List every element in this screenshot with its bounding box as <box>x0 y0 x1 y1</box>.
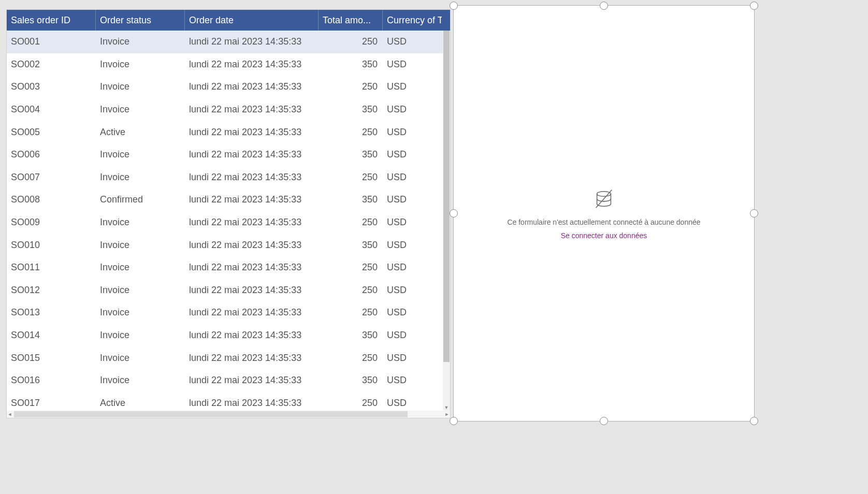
cell-sales-order-id: SO008 <box>7 194 96 205</box>
cell-currency: USD <box>383 149 442 160</box>
cell-order-date: lundi 22 mai 2023 14:35:33 <box>185 194 319 205</box>
cell-sales-order-id: SO001 <box>7 36 96 47</box>
cell-order-date: lundi 22 mai 2023 14:35:33 <box>185 217 319 228</box>
cell-currency: USD <box>383 330 442 341</box>
cell-order-status: Invoice <box>96 285 185 296</box>
table-row[interactable]: SO016Invoicelundi 22 mai 2023 14:35:3335… <box>7 369 443 392</box>
table-row[interactable]: SO010Invoicelundi 22 mai 2023 14:35:3335… <box>7 234 443 256</box>
cell-order-status: Active <box>96 398 185 409</box>
sales-order-gallery[interactable]: Sales order ID Order status Order date T… <box>6 9 451 418</box>
cell-order-status: Invoice <box>96 104 185 115</box>
cell-currency: USD <box>383 353 442 364</box>
table-row[interactable]: SO015Invoicelundi 22 mai 2023 14:35:3325… <box>7 346 443 369</box>
column-header-order-date[interactable]: Order date <box>185 10 319 31</box>
cell-order-status: Invoice <box>96 375 185 386</box>
table-row[interactable]: SO003Invoicelundi 22 mai 2023 14:35:3325… <box>7 76 443 98</box>
cell-order-status: Confirmed <box>96 194 185 205</box>
table-row[interactable]: SO013Invoicelundi 22 mai 2023 14:35:3325… <box>7 301 443 324</box>
cell-total-amount: 250 <box>319 353 383 364</box>
connect-to-data-link[interactable]: Se connecter aux données <box>561 231 647 240</box>
cell-total-amount: 350 <box>319 149 383 160</box>
table-row[interactable]: SO005Activelundi 22 mai 2023 14:35:33250… <box>7 121 443 143</box>
cell-sales-order-id: SO012 <box>7 285 96 296</box>
cell-total-amount: 350 <box>319 104 383 115</box>
table-row[interactable]: SO006Invoicelundi 22 mai 2023 14:35:3335… <box>7 143 443 166</box>
cell-order-date: lundi 22 mai 2023 14:35:33 <box>185 307 319 318</box>
cell-order-date: lundi 22 mai 2023 14:35:33 <box>185 59 319 70</box>
cell-currency: USD <box>383 172 442 183</box>
scroll-right-icon[interactable]: ► <box>444 411 450 418</box>
cell-order-date: lundi 22 mai 2023 14:35:33 <box>185 285 319 296</box>
table-row[interactable]: SO011Invoicelundi 22 mai 2023 14:35:3325… <box>7 256 443 279</box>
horizontal-scrollbar[interactable]: ◄ ► <box>7 411 450 418</box>
form-empty-message: Ce formulaire n'est actuellement connect… <box>507 218 700 226</box>
table-row[interactable]: SO014Invoicelundi 22 mai 2023 14:35:3335… <box>7 324 443 347</box>
cell-total-amount: 250 <box>319 81 383 92</box>
column-header-sales-order-id[interactable]: Sales order ID <box>7 10 96 31</box>
cell-total-amount: 250 <box>319 307 383 318</box>
cell-total-amount: 250 <box>319 262 383 273</box>
cell-sales-order-id: SO009 <box>7 217 96 228</box>
cell-total-amount: 350 <box>319 240 383 251</box>
cell-sales-order-id: SO017 <box>7 398 96 409</box>
table-row[interactable]: SO002Invoicelundi 22 mai 2023 14:35:3335… <box>7 53 443 76</box>
cell-total-amount: 350 <box>319 194 383 205</box>
resize-handle-top-left[interactable] <box>450 2 458 10</box>
cell-order-status: Invoice <box>96 81 185 92</box>
cell-currency: USD <box>383 127 442 138</box>
table-row[interactable]: SO017Activelundi 22 mai 2023 14:35:33250… <box>7 392 443 411</box>
column-header-total-amount[interactable]: Total amo... <box>319 10 383 31</box>
cell-order-status: Active <box>96 127 185 138</box>
resize-handle-bottom-left[interactable] <box>450 417 458 425</box>
cell-sales-order-id: SO007 <box>7 172 96 183</box>
cell-currency: USD <box>383 59 442 70</box>
cell-currency: USD <box>383 104 442 115</box>
cell-order-status: Invoice <box>96 36 185 47</box>
cell-sales-order-id: SO014 <box>7 330 96 341</box>
cell-sales-order-id: SO010 <box>7 240 96 251</box>
table-row[interactable]: SO001Invoicelundi 22 mai 2023 14:35:3325… <box>7 31 443 53</box>
table-header-row: Sales order ID Order status Order date T… <box>7 10 450 31</box>
cell-order-date: lundi 22 mai 2023 14:35:33 <box>185 375 319 386</box>
resize-handle-bottom-center[interactable] <box>600 417 608 425</box>
table-row[interactable]: SO007Invoicelundi 22 mai 2023 14:35:3325… <box>7 166 443 189</box>
cell-total-amount: 250 <box>319 127 383 138</box>
table-row[interactable]: SO008Confirmedlundi 22 mai 2023 14:35:33… <box>7 188 443 211</box>
vertical-scroll-thumb[interactable] <box>443 31 450 362</box>
cell-sales-order-id: SO002 <box>7 59 96 70</box>
cell-total-amount: 250 <box>319 217 383 228</box>
resize-handle-middle-right[interactable] <box>750 209 758 217</box>
form-control[interactable]: Ce formulaire n'est actuellement connect… <box>453 5 755 422</box>
cell-order-status: Invoice <box>96 217 185 228</box>
resize-handle-bottom-right[interactable] <box>750 417 758 425</box>
scroll-down-icon[interactable]: ▼ <box>443 404 450 411</box>
column-header-order-status[interactable]: Order status <box>96 10 185 31</box>
cell-total-amount: 250 <box>319 398 383 409</box>
cell-currency: USD <box>383 240 442 251</box>
resize-handle-top-right[interactable] <box>750 2 758 10</box>
cell-order-date: lundi 22 mai 2023 14:35:33 <box>185 240 319 251</box>
cell-sales-order-id: SO003 <box>7 81 96 92</box>
table-row[interactable]: SO012Invoicelundi 22 mai 2023 14:35:3325… <box>7 279 443 302</box>
cell-order-date: lundi 22 mai 2023 14:35:33 <box>185 104 319 115</box>
cell-currency: USD <box>383 262 442 273</box>
form-empty-state: Ce formulaire n'est actuellement connect… <box>507 187 700 240</box>
vertical-scrollbar[interactable]: ▲ ▼ <box>443 31 450 411</box>
cell-sales-order-id: SO015 <box>7 353 96 364</box>
column-header-currency[interactable]: Currency of T <box>383 10 442 31</box>
cell-order-date: lundi 22 mai 2023 14:35:33 <box>185 127 319 138</box>
resize-handle-middle-left[interactable] <box>450 209 458 217</box>
table-body: SO001Invoicelundi 22 mai 2023 14:35:3325… <box>7 31 450 411</box>
table-row[interactable]: SO004Invoicelundi 22 mai 2023 14:35:3335… <box>7 98 443 121</box>
cell-currency: USD <box>383 81 442 92</box>
cell-order-status: Invoice <box>96 59 185 70</box>
cell-order-date: lundi 22 mai 2023 14:35:33 <box>185 330 319 341</box>
cell-sales-order-id: SO005 <box>7 127 96 138</box>
cell-order-status: Invoice <box>96 353 185 364</box>
table-row[interactable]: SO009Invoicelundi 22 mai 2023 14:35:3325… <box>7 211 443 234</box>
scroll-left-icon[interactable]: ◄ <box>7 411 13 418</box>
resize-handle-top-center[interactable] <box>600 2 608 10</box>
cell-order-status: Invoice <box>96 149 185 160</box>
cell-order-date: lundi 22 mai 2023 14:35:33 <box>185 398 319 409</box>
horizontal-scroll-thumb[interactable] <box>14 411 408 417</box>
